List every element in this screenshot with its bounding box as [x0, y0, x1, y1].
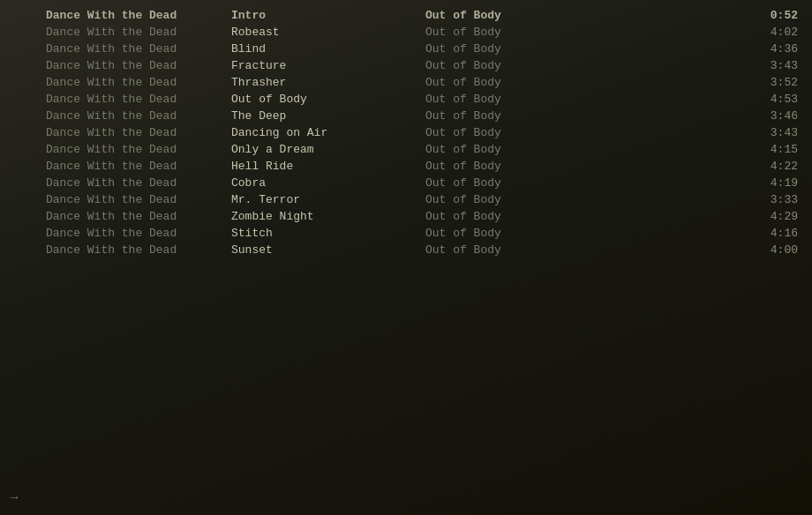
table-row[interactable]: Dance With the DeadFractureOut of Body3:…	[0, 57, 812, 74]
track-title: Sunset	[231, 243, 425, 257]
track-album: Out of Body	[425, 126, 745, 139]
header-album: Out of Body	[425, 9, 745, 22]
track-artist: Dance With the Dead	[46, 176, 231, 190]
track-artist: Dance With the Dead	[46, 210, 231, 223]
track-duration: 4:15	[745, 143, 798, 156]
table-row[interactable]: Dance With the DeadCobraOut of Body4:19	[0, 175, 812, 191]
header-title: Intro	[231, 9, 425, 22]
table-row[interactable]: Dance With the DeadRobeastOut of Body4:0…	[0, 24, 812, 41]
track-album: Out of Body	[425, 26, 745, 39]
track-album: Out of Body	[425, 227, 745, 240]
track-title: Mr. Terror	[231, 193, 425, 206]
track-title: Thrasher	[231, 76, 425, 89]
track-artist: Dance With the Dead	[46, 109, 231, 123]
track-duration: 4:22	[745, 160, 798, 173]
track-duration: 3:43	[745, 59, 798, 72]
track-title: Blind	[231, 42, 425, 56]
track-artist: Dance With the Dead	[46, 193, 231, 206]
track-album: Out of Body	[425, 160, 745, 173]
track-artist: Dance With the Dead	[46, 93, 231, 106]
track-album: Out of Body	[425, 109, 745, 123]
track-artist: Dance With the Dead	[46, 126, 231, 139]
track-title: Out of Body	[231, 93, 425, 106]
arrow-icon: →	[11, 490, 18, 504]
track-title: Hell Ride	[231, 160, 425, 173]
track-title: Dancing on Air	[231, 126, 425, 139]
track-album: Out of Body	[425, 243, 745, 257]
track-album: Out of Body	[425, 143, 745, 156]
track-album: Out of Body	[425, 93, 745, 106]
track-title: Cobra	[231, 176, 425, 190]
track-duration: 3:52	[745, 76, 798, 89]
table-row[interactable]: Dance With the DeadDancing on AirOut of …	[0, 124, 812, 141]
track-title: Fracture	[231, 59, 425, 72]
track-duration: 4:16	[745, 227, 798, 240]
track-duration: 4:00	[745, 243, 798, 257]
track-artist: Dance With the Dead	[46, 59, 231, 72]
track-title: The Deep	[231, 109, 425, 123]
track-artist: Dance With the Dead	[46, 243, 231, 257]
track-duration: 4:53	[745, 93, 798, 106]
track-album: Out of Body	[425, 59, 745, 72]
track-title: Stitch	[231, 227, 425, 240]
table-row[interactable]: Dance With the DeadThrasherOut of Body3:…	[0, 74, 812, 91]
track-album: Out of Body	[425, 76, 745, 89]
table-row[interactable]: Dance With the DeadMr. TerrorOut of Body…	[0, 191, 812, 208]
table-row[interactable]: Dance With the DeadBlindOut of Body4:36	[0, 41, 812, 57]
table-header: Dance With the Dead Intro Out of Body 0:…	[0, 7, 812, 24]
track-duration: 4:02	[745, 26, 798, 39]
track-duration: 3:43	[745, 126, 798, 139]
track-album: Out of Body	[425, 210, 745, 223]
track-album: Out of Body	[425, 176, 745, 190]
track-artist: Dance With the Dead	[46, 76, 231, 89]
table-row[interactable]: Dance With the DeadOnly a DreamOut of Bo…	[0, 141, 812, 158]
header-artist: Dance With the Dead	[46, 9, 231, 22]
table-row[interactable]: Dance With the DeadHell RideOut of Body4…	[0, 158, 812, 175]
table-row[interactable]: Dance With the DeadThe DeepOut of Body3:…	[0, 108, 812, 124]
track-list: Dance With the Dead Intro Out of Body 0:…	[0, 0, 812, 265]
track-artist: Dance With the Dead	[46, 160, 231, 173]
track-album: Out of Body	[425, 193, 745, 206]
table-row[interactable]: Dance With the DeadOut of BodyOut of Bod…	[0, 91, 812, 108]
track-album: Out of Body	[425, 42, 745, 56]
track-duration: 4:19	[745, 176, 798, 190]
track-artist: Dance With the Dead	[46, 26, 231, 39]
track-duration: 4:29	[745, 210, 798, 223]
track-duration: 4:36	[745, 42, 798, 56]
table-row[interactable]: Dance With the DeadSunsetOut of Body4:00	[0, 242, 812, 258]
track-title: Only a Dream	[231, 143, 425, 156]
table-row[interactable]: Dance With the DeadZombie NightOut of Bo…	[0, 208, 812, 225]
track-artist: Dance With the Dead	[46, 227, 231, 240]
track-artist: Dance With the Dead	[46, 143, 231, 156]
table-row[interactable]: Dance With the DeadStitchOut of Body4:16	[0, 225, 812, 242]
track-artist: Dance With the Dead	[46, 42, 231, 56]
track-title: Zombie Night	[231, 210, 425, 223]
track-title: Robeast	[231, 26, 425, 39]
track-duration: 3:33	[745, 193, 798, 206]
header-duration: 0:52	[745, 9, 798, 22]
track-duration: 3:46	[745, 109, 798, 123]
